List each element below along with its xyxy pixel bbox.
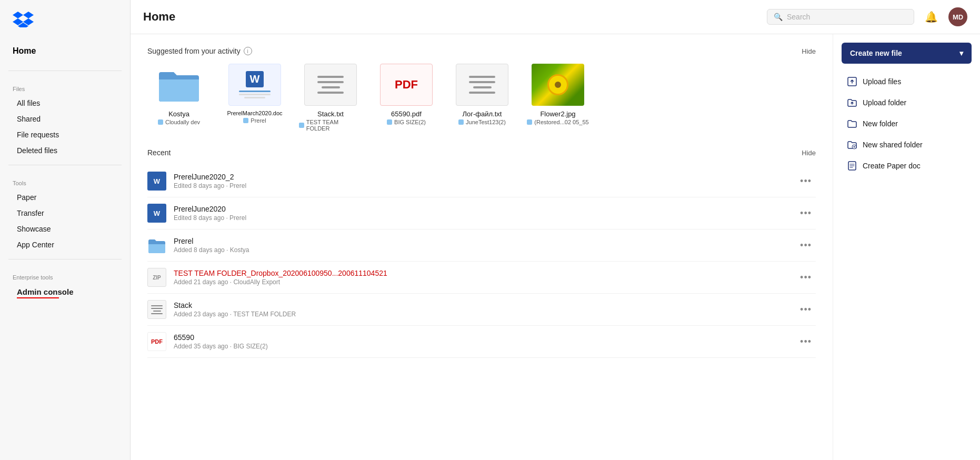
action-new-shared-folder[interactable]: New shared folder [842,135,972,154]
suggested-file-log[interactable]: Лог-файл.txt JuneTest123(2) [451,64,514,132]
sidebar-divider [8,71,122,71]
recent-icon-folder [147,236,166,255]
recent-icon-word-2: W [147,204,166,223]
log-name: Лог-файл.txt [451,110,514,118]
recent-name-prerel-folder: Prerel [174,237,796,245]
prerel-march-name: PrerelMarch2020.doc [223,110,286,116]
suggested-file-prerel-march[interactable]: W PrerelMarch2020.doc Prerel [223,64,286,132]
recent-item-stack[interactable]: Stack Added 23 days ago · TEST TEAM FOLD… [147,294,816,326]
recent-info-test-team: TEST TEAM FOLDER_Dropbox_202006100950...… [174,269,796,286]
action-new-folder[interactable]: New folder [842,114,972,133]
recent-more-btn-stack[interactable]: ••• [796,302,816,317]
new-shared-folder-icon [847,139,857,150]
new-folder-icon [847,118,857,129]
main-area: Home 🔍 🔔 MD Suggested from your activity… [131,0,980,460]
recent-name-prerel-june2: PrerelJune2020_2 [174,173,796,181]
main-content: Suggested from your activity i Hide Kost… [131,34,833,460]
action-upload-folder[interactable]: Upload folder [842,93,972,112]
files-section-label: Files [0,77,130,95]
recent-item-prerel-folder[interactable]: Prerel Added 8 days ago · Kostya ••• [147,229,816,262]
pdf-name: 65590.pdf [375,110,438,118]
paper-doc-icon [847,161,857,171]
search-icon: 🔍 [774,13,783,21]
suggested-file-stack[interactable]: Stack.txt TEST TEAM FOLDER [299,64,362,132]
recent-meta-stack: Added 23 days ago · TEST TEAM FOLDER [174,311,796,318]
recent-name-65590: 65590 [174,333,796,342]
sidebar-logo[interactable] [0,11,130,42]
recent-icon-zip: ZIP [147,268,166,287]
chevron-down-icon: ▾ [959,49,963,57]
recent-icon-pdf: PDF [147,332,166,351]
recent-item-test-team[interactable]: ZIP TEST TEAM FOLDER_Dropbox_20200610095… [147,262,816,294]
suggested-title: Suggested from your activity i [147,47,252,55]
sidebar-item-showcase[interactable]: Showcase [4,222,126,236]
recent-meta-prerel-folder: Added 8 days ago · Kostya [174,246,796,254]
recent-more-btn-test-team[interactable]: ••• [796,270,816,285]
recent-more-btn-prerel-folder[interactable]: ••• [796,238,816,253]
sidebar-item-deleted-files[interactable]: Deleted files [4,143,126,158]
recent-icon-txt [147,300,166,319]
enterprise-section-label: Enterprise tools [0,266,130,284]
sidebar-item-file-requests[interactable]: File requests [4,127,126,142]
recent-name-stack: Stack [174,301,796,309]
sidebar: Home Files All files Shared File request… [0,0,131,460]
recent-icon-word: W [147,172,166,191]
kostya-name: Kostya [147,110,211,118]
sidebar-item-shared[interactable]: Shared [4,112,126,126]
sidebar-item-paper[interactable]: Paper [4,190,126,205]
recent-more-btn-65590[interactable]: ••• [796,334,816,349]
create-new-file-btn[interactable]: Create new file ▾ [842,43,972,64]
sidebar-item-transfer[interactable]: Transfer [4,206,126,221]
recent-item-prerel-june2[interactable]: W PrerelJune2020_2 Edited 8 days ago · P… [147,165,816,197]
recent-section: Recent Hide W PrerelJune2020_2 Edited 8 … [147,148,816,358]
recent-info-prerel-june: PrerelJune2020 Edited 8 days ago · Prere… [174,205,796,222]
topbar: Home 🔍 🔔 MD [131,0,980,34]
log-location: JuneTest123(2) [458,119,506,125]
recent-info-prerel-folder: Prerel Added 8 days ago · Kostya [174,237,796,254]
sidebar-item-all-files[interactable]: All files [4,96,126,111]
recent-item-prerel-june[interactable]: W PrerelJune2020 Edited 8 days ago · Pre… [147,197,816,229]
recent-item-65590[interactable]: PDF 65590 Added 35 days ago · BIG SIZE(2… [147,326,816,358]
tools-section-label: Tools [0,172,130,189]
recent-more-btn-prerel-june2[interactable]: ••• [796,174,816,189]
notifications-bell[interactable]: 🔔 [921,8,942,25]
recent-info-prerel-june2: PrerelJune2020_2 Edited 8 days ago · Pre… [174,173,796,189]
suggested-section-header: Suggested from your activity i Hide [147,47,816,55]
page-title-bar: Home [143,10,761,24]
pdf-location: BIG SIZE(2) [387,119,426,125]
recent-more-btn-prerel-june[interactable]: ••• [796,206,816,221]
recent-name-test-team: TEST TEAM FOLDER_Dropbox_202006100950...… [174,269,796,277]
log-thumb [456,64,508,106]
recent-info-stack: Stack Added 23 days ago · TEST TEAM FOLD… [174,301,796,318]
upload-folder-icon [847,97,857,108]
pdf-thumb: PDF [380,64,433,106]
upload-file-icon [847,76,857,87]
flower-name: Flower2.jpg [526,110,589,118]
action-create-paper-doc[interactable]: Create Paper doc [842,156,972,175]
recent-hide-btn[interactable]: Hide [802,149,816,157]
search-input[interactable] [787,13,907,21]
admin-underline [17,297,59,298]
right-panel: Create new file ▾ Upload files [833,34,980,460]
recent-meta-65590: Added 35 days ago · BIG SIZE(2) [174,343,796,350]
prerel-march-location: Prerel [243,117,266,124]
action-upload-files[interactable]: Upload files [842,72,972,91]
recent-meta-test-team: Added 21 days ago · CloudAlly Export [174,278,796,286]
search-box[interactable]: 🔍 [767,9,914,25]
recent-name-prerel-june: PrerelJune2020 [174,205,796,213]
suggested-file-flower[interactable]: Flower2.jpg (Restored...02 05_55 [526,64,589,132]
recent-info-65590: 65590 Added 35 days ago · BIG SIZE(2) [174,333,796,350]
suggested-file-pdf[interactable]: PDF 65590.pdf BIG SIZE(2) [375,64,438,132]
info-icon[interactable]: i [244,47,252,55]
suggested-file-kostya[interactable]: Kostya Cloudally dev [147,64,211,132]
page-title: Home [143,10,761,24]
sidebar-item-app-center[interactable]: App Center [4,237,126,252]
sidebar-item-home[interactable]: Home [0,42,130,60]
sidebar-item-admin-console[interactable]: Admin console [4,284,126,302]
sidebar-divider-3 [8,259,122,259]
suggested-hide-btn[interactable]: Hide [802,47,816,55]
content-area: Suggested from your activity i Hide Kost… [131,34,980,460]
avatar[interactable]: MD [948,7,967,26]
stack-location: TEST TEAM FOLDER [299,119,362,132]
recent-section-header: Recent Hide [147,148,816,157]
